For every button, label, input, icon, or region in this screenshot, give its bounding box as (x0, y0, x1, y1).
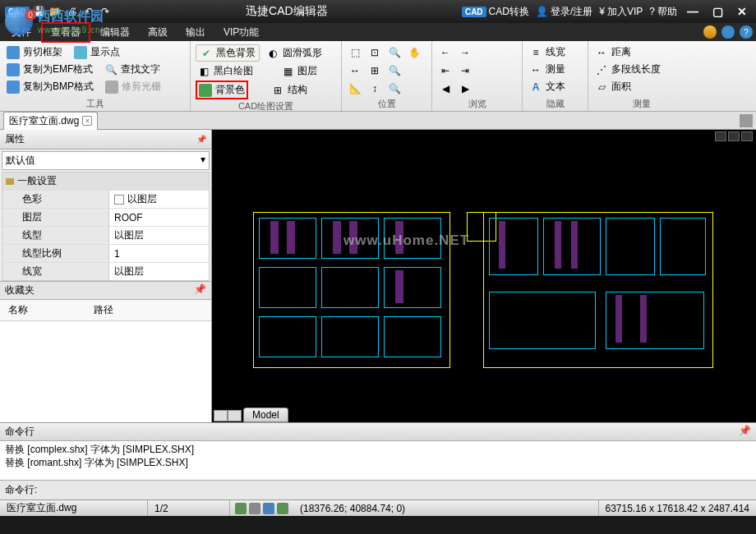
pos-icon-1[interactable]: ⬚ (347, 44, 363, 61)
br-fwd-icon[interactable]: → (457, 44, 473, 61)
command-input-row[interactable]: 命令行: (0, 480, 756, 499)
trim-raster-label: 修剪光栅 (122, 80, 161, 94)
fav-col-name[interactable]: 名称 (0, 302, 36, 319)
file-tab-close-icon[interactable]: × (82, 116, 92, 126)
menu-viewer[interactable]: 查看器 (41, 22, 90, 43)
pos-icon-12[interactable] (406, 81, 422, 97)
bw-draw-button[interactable]: ◧黑白绘图 (196, 63, 255, 79)
help-button[interactable]: ?帮助 (649, 5, 677, 19)
qat-undo-icon[interactable]: ↶ (82, 5, 95, 18)
prop-row-linetype[interactable]: 线型以图层 (2, 226, 209, 244)
qat-save-icon[interactable]: 💾 (33, 5, 46, 18)
menu-file[interactable]: 文件 (3, 24, 39, 41)
copy-emf-button[interactable]: 复制为EMF格式 (5, 62, 94, 77)
text-label: 文本 (546, 80, 565, 94)
copy-bmp-button[interactable]: 复制为BMP格式 (5, 79, 95, 94)
fav-col-path[interactable]: 路径 (85, 302, 122, 319)
pos-icon-5[interactable]: ↔ (347, 62, 363, 79)
chevron-down-icon: ▾ (201, 154, 205, 168)
maximize-button[interactable]: ▢ (708, 4, 726, 19)
br-next-icon[interactable]: ▶ (457, 81, 473, 97)
minimize-button[interactable]: — (684, 4, 702, 19)
status-icon-3[interactable] (263, 503, 274, 514)
pos-icon-10[interactable]: ↕ (366, 81, 383, 97)
pos-icon-8[interactable] (406, 62, 422, 79)
pos-icon-7[interactable]: 🔍 (386, 62, 403, 79)
favorites-title: 收藏夹 (5, 283, 35, 297)
disk-icon[interactable] (721, 25, 735, 39)
find-text-button[interactable]: 🔍查找文字 (103, 62, 162, 77)
login-button[interactable]: 👤登录/注册 (536, 5, 592, 19)
pos-icon-9[interactable]: 📐 (347, 81, 363, 97)
properties-title: 属性 (5, 132, 25, 146)
pos-icon-11[interactable]: 🔍 (386, 81, 403, 97)
menu-editor[interactable]: 编辑器 (92, 24, 138, 41)
pos-icon-6[interactable]: ⊞ (366, 62, 383, 79)
pos-icon-4[interactable]: ✋ (406, 44, 422, 61)
copy-bmp-label: 复制为BMP格式 (23, 80, 94, 94)
smooth-arc-button[interactable]: ◐圆滑弧形 (265, 44, 324, 62)
status-file: 医疗室立面.dwg (0, 500, 148, 516)
default-combo[interactable]: 默认值 ▾ (2, 151, 210, 170)
show-point-button[interactable]: 显示点 (72, 44, 122, 60)
qat-print-icon[interactable]: 🖨 (66, 5, 79, 18)
file-tab[interactable]: 医疗室立面.dwg × (3, 112, 98, 130)
canvas-close-icon[interactable] (741, 131, 753, 141)
help-circle-icon[interactable]: ? (740, 25, 753, 39)
qat-redo-icon[interactable]: ↷ (99, 5, 112, 18)
prop-section-general[interactable]: 一般设置 (2, 173, 209, 190)
prop-name: 色彩 (2, 191, 109, 208)
layer-label: 图层 (297, 64, 317, 78)
clip-frame-button[interactable]: 剪切框架 (5, 44, 64, 60)
area-icon: ▱ (595, 81, 608, 94)
br-back-icon[interactable]: ← (437, 44, 454, 61)
canvas-min-icon[interactable] (715, 131, 726, 141)
bg-color-button[interactable]: 背景色 (196, 81, 248, 99)
status-page: 1/2 (148, 500, 230, 516)
trim-icon (105, 81, 118, 94)
br-prev-icon[interactable]: ◀ (437, 81, 454, 97)
distance-button[interactable]: ↔距离 (593, 44, 690, 60)
status-icon-4[interactable] (277, 503, 288, 514)
prop-row-color[interactable]: 色彩以图层 (2, 190, 209, 208)
cad-convert-button[interactable]: CADCAD转换 (462, 5, 529, 19)
pin-icon[interactable]: 📌 (739, 425, 751, 439)
menu-advanced[interactable]: 高级 (140, 24, 176, 41)
group-pos-label: 位置 (347, 97, 426, 111)
pen-icon[interactable] (703, 25, 717, 39)
canvas-restore-icon[interactable] (728, 131, 740, 141)
close-button[interactable]: ✕ (733, 4, 751, 19)
command-prompt: 命令行: (5, 484, 37, 495)
model-tab[interactable]: Model (243, 407, 288, 422)
distance-label: 距离 (611, 45, 631, 59)
prop-row-linescale[interactable]: 线型比例1 (2, 244, 209, 262)
prop-value: 以图层 (127, 192, 157, 206)
pin-icon[interactable]: 📌 (194, 283, 206, 297)
model-nav[interactable] (214, 410, 242, 421)
menu-output[interactable]: 输出 (177, 24, 214, 41)
br-first-icon[interactable]: ⇤ (437, 62, 454, 79)
multiline-button[interactable]: ⋰多段线长度 (593, 62, 690, 77)
pos-icon-3[interactable]: 🔍 (386, 44, 403, 61)
status-icon-1[interactable] (235, 503, 247, 514)
br-last-icon[interactable]: ⇥ (457, 62, 473, 79)
layer-button[interactable]: ▦图层 (279, 63, 319, 79)
prop-row-linewidth[interactable]: 线宽以图层 (2, 262, 209, 280)
pin-icon[interactable]: 📌 (196, 135, 206, 144)
prop-row-layer[interactable]: 图层ROOF (2, 208, 209, 226)
group-measure-label: 测量 (593, 97, 690, 111)
menu-vip[interactable]: VIP功能 (215, 24, 267, 41)
black-bg-button[interactable]: ✔黑色背景 (196, 44, 260, 62)
expand-down-icon[interactable] (740, 114, 753, 127)
pos-icon-2[interactable]: ⊡ (366, 44, 383, 61)
linewidth-button[interactable]: ≡线宽 (528, 44, 583, 60)
cad-convert-label: CAD转换 (489, 5, 529, 19)
status-icon-2[interactable] (249, 503, 260, 514)
drawing-canvas[interactable]: www.uHome.NET Model (212, 130, 756, 422)
measure-button[interactable]: ↔测量 (528, 62, 583, 77)
text-button[interactable]: A文本 (528, 79, 583, 94)
vip-button[interactable]: ¥加入VIP (599, 5, 643, 19)
qat-open-icon[interactable]: 📂 (49, 5, 62, 18)
area-button[interactable]: ▱面积 (593, 79, 690, 94)
structure-button[interactable]: ⊞结构 (270, 81, 309, 99)
